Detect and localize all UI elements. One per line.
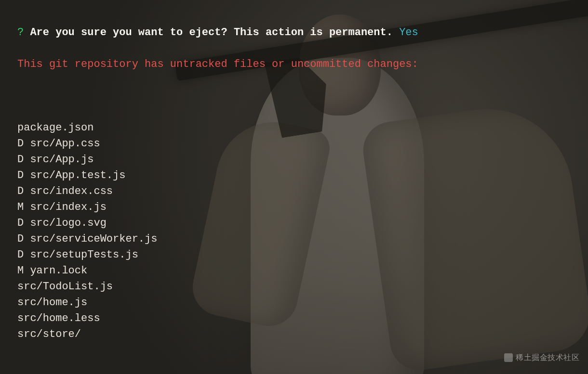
prompt-question: Are you sure you want to eject? This act… bbox=[30, 26, 393, 39]
watermark-icon bbox=[504, 353, 513, 362]
watermark-text: 稀土掘金技术社区 bbox=[516, 349, 579, 365]
blank-line bbox=[17, 88, 588, 104]
git-status-line: D src/App.test.js bbox=[17, 168, 588, 183]
git-status-line: src/store/ bbox=[17, 326, 588, 342]
git-status-line: D src/App.js bbox=[17, 152, 588, 168]
git-warning-top: This git repository has untracked files … bbox=[17, 56, 588, 72]
git-status-line: D src/logo.svg bbox=[17, 215, 588, 231]
git-status-line: src/home.js bbox=[17, 295, 588, 310]
prompt-marker: ? bbox=[17, 26, 24, 39]
git-status-line: package.json bbox=[17, 120, 588, 136]
git-status-line: src/TodoList.js bbox=[17, 279, 588, 295]
git-status-line: src/home.less bbox=[17, 310, 588, 326]
eject-prompt-line: ? Are you sure you want to eject? This a… bbox=[17, 25, 588, 40]
git-status-line: D src/serviceWorker.js bbox=[17, 231, 588, 247]
git-status-line: D src/App.css bbox=[17, 136, 588, 152]
git-status-line: M src/index.js bbox=[17, 199, 588, 215]
git-status-line: D src/index.css bbox=[17, 183, 588, 199]
prompt-answer: Yes bbox=[399, 26, 418, 39]
watermark: 稀土掘金技术社区 bbox=[504, 349, 579, 365]
git-status-line: D src/setupTests.js bbox=[17, 247, 588, 263]
blank-line bbox=[17, 358, 588, 374]
git-status-line: M yarn.lock bbox=[17, 263, 588, 279]
terminal-output: ? Are you sure you want to eject? This a… bbox=[0, 0, 588, 374]
